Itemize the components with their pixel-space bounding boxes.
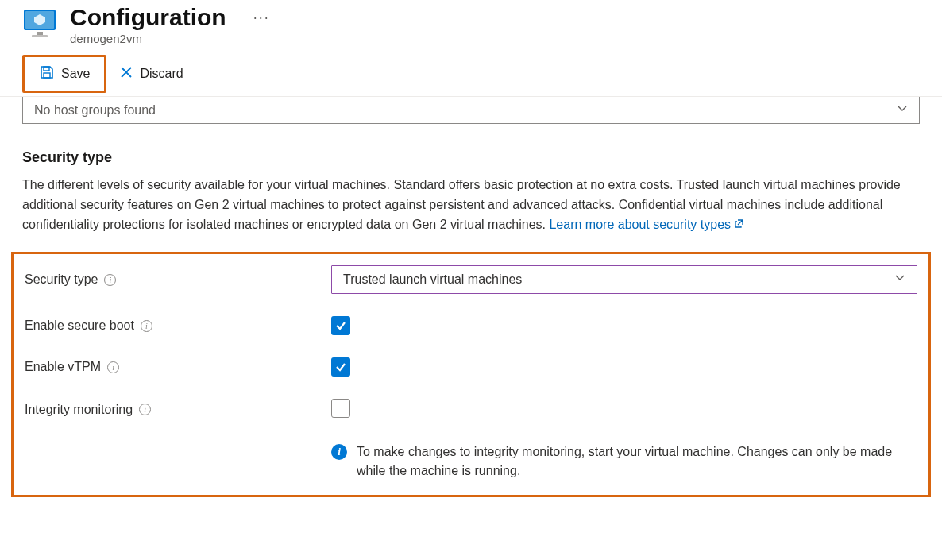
integrity-label: Integrity monitoring	[25, 403, 133, 417]
discard-label: Discard	[140, 67, 183, 81]
host-group-dropdown[interactable]: No host groups found	[22, 97, 920, 124]
command-bar: Save Discard	[0, 55, 942, 93]
integrity-checkbox[interactable]	[331, 399, 350, 418]
svg-rect-3	[37, 32, 43, 35]
section-description: The different levels of security availab…	[22, 176, 912, 234]
info-filled-icon: i	[331, 444, 347, 460]
security-form-highlight: Security type i Trusted launch virtual m…	[11, 252, 931, 497]
info-icon[interactable]: i	[107, 361, 119, 373]
security-type-label: Security type	[25, 272, 98, 287]
save-highlight-box: Save	[22, 55, 106, 93]
security-type-value: Trusted launch virtual machines	[343, 272, 522, 287]
info-icon[interactable]: i	[141, 320, 152, 332]
integrity-row: Integrity monitoring i	[25, 399, 917, 420]
info-icon[interactable]: i	[139, 404, 151, 415]
discard-button[interactable]: Discard	[111, 60, 191, 87]
host-group-value: No host groups found	[34, 103, 156, 118]
integrity-note-text: To make changes to integrity monitoring,…	[357, 442, 903, 481]
secure-boot-checkbox[interactable]	[331, 316, 350, 335]
chevron-down-icon	[894, 272, 905, 287]
vtpm-label: Enable vTPM	[25, 360, 101, 374]
resource-name: demogen2vm	[70, 32, 275, 45]
page-title: Configuration	[70, 3, 226, 32]
external-link-icon	[734, 218, 744, 231]
learn-more-link[interactable]: Learn more about security types	[549, 218, 744, 231]
vm-icon	[22, 8, 57, 42]
save-icon	[39, 64, 55, 83]
svg-rect-4	[32, 35, 48, 37]
save-label: Save	[61, 67, 90, 81]
secure-boot-row: Enable secure boot i	[25, 316, 917, 335]
security-type-row: Security type i Trusted launch virtual m…	[25, 265, 917, 294]
chevron-down-icon	[897, 103, 908, 118]
vtpm-row: Enable vTPM i	[25, 357, 917, 377]
security-type-select[interactable]: Trusted launch virtual machines	[331, 265, 917, 294]
security-type-section: Security type The different levels of se…	[0, 124, 942, 234]
vtpm-checkbox[interactable]	[331, 357, 350, 377]
page-header: Configuration ··· demogen2vm	[0, 0, 942, 45]
info-icon[interactable]: i	[104, 274, 116, 286]
save-button[interactable]: Save	[31, 60, 98, 88]
close-icon	[119, 65, 133, 83]
secure-boot-label: Enable secure boot	[25, 319, 134, 333]
integrity-note: i To make changes to integrity monitorin…	[331, 442, 903, 481]
section-title: Security type	[22, 149, 920, 166]
svg-rect-6	[44, 73, 50, 78]
more-actions-button[interactable]: ···	[249, 10, 275, 26]
